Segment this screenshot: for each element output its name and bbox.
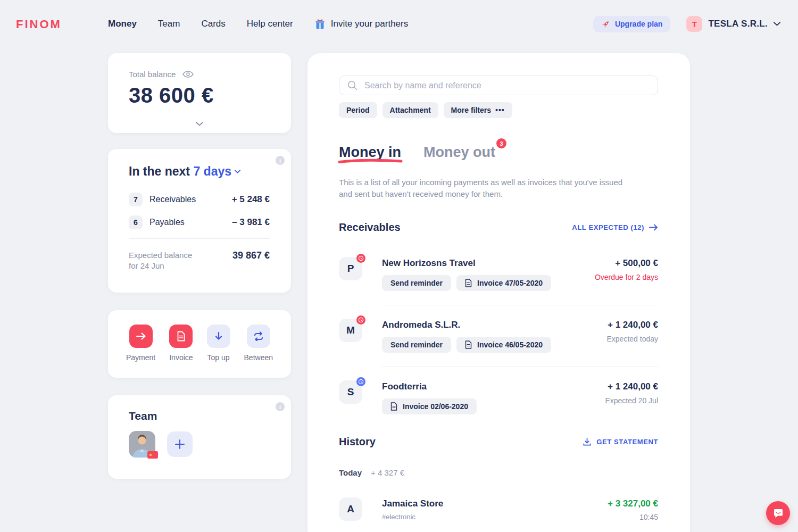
- tab-money-out[interactable]: Money out 3: [423, 144, 495, 161]
- filter-attachment[interactable]: Attachment: [383, 102, 438, 118]
- all-expected-link[interactable]: ALL EXPECTED (12): [572, 223, 658, 231]
- period-value: 7 days: [193, 164, 231, 179]
- upgrade-plan-button[interactable]: Upgrade plan: [593, 16, 670, 32]
- document-icon: [465, 279, 472, 287]
- support-chat-button[interactable]: [766, 501, 790, 525]
- tab-description: This is a list of all your incoming paym…: [339, 177, 658, 200]
- receivables-title: Receivables: [339, 221, 401, 234]
- nav-item-team[interactable]: Team: [158, 19, 180, 29]
- receivable-row[interactable]: S Foodterria Invoice 02/06-: [339, 380, 658, 428]
- counterparty-name: New Horizosns Travel: [382, 258, 595, 269]
- receivables-count-badge: 7: [129, 193, 143, 206]
- red-underline: [338, 151, 403, 168]
- avatar: P: [339, 257, 362, 280]
- arrow-right-icon: [649, 224, 658, 231]
- finom-dashboard: FINOM Money Team Cards Help center Invit…: [0, 0, 798, 532]
- dots-icon: •••: [495, 106, 505, 114]
- payables-summary-row[interactable]: 6 Payables – 3 981 €: [129, 215, 270, 229]
- total-balance-amount: 38 600 €: [129, 84, 270, 107]
- counterparty-name: Andromeda S.L.R.: [382, 320, 606, 330]
- search-bar: [339, 76, 658, 95]
- status-badge: Expected 20 Jul: [605, 396, 658, 405]
- amount: + 3 327,00 €: [608, 498, 658, 509]
- info-icon[interactable]: i: [276, 402, 285, 411]
- get-statement-link[interactable]: GET STATEMENT: [583, 437, 658, 446]
- clock-icon: [356, 315, 365, 325]
- payables-label: Payables: [149, 218, 185, 227]
- counterparty-name: Foodterria: [382, 381, 605, 392]
- rocket-icon: [601, 20, 610, 29]
- history-group-amount: + 4 327 €: [371, 468, 404, 477]
- send-reminder-button[interactable]: Send reminder: [382, 337, 451, 353]
- payables-count-badge: 6: [129, 215, 143, 229]
- document-icon: [390, 402, 397, 411]
- account-switcher[interactable]: T TESLA S.R.L.: [686, 16, 780, 32]
- between-label: Between: [244, 353, 273, 362]
- invoice-chip[interactable]: Invoice 47/05-2020: [456, 275, 551, 291]
- avatar: S: [339, 380, 362, 404]
- receivables-amount: + 5 248 €: [232, 194, 270, 205]
- info-icon[interactable]: i: [276, 156, 285, 165]
- money-tabs: Money in Money out 3: [339, 144, 658, 161]
- payment-button[interactable]: Payment: [126, 325, 155, 378]
- history-group-label: Today: [339, 468, 362, 477]
- add-team-member-button[interactable]: [167, 431, 193, 457]
- chat-icon: [772, 508, 784, 519]
- total-balance-label: Total balance: [129, 70, 176, 79]
- chevron-down-icon[interactable]: [196, 119, 203, 128]
- quick-actions-card: Payment Invoice Top up Between: [108, 310, 291, 378]
- payment-label: Payment: [126, 353, 155, 362]
- nav-item-money[interactable]: Money: [108, 19, 137, 29]
- filter-period[interactable]: Period: [339, 102, 377, 118]
- history-header: History GET STATEMENT: [339, 436, 658, 448]
- main-navigation: Money Team Cards Help center Invite your…: [108, 0, 408, 48]
- payables-amount: – 3 981 €: [232, 217, 270, 228]
- total-balance-card: Total balance 38 600 €: [108, 53, 291, 133]
- history-title: History: [339, 436, 376, 448]
- nav-item-help-center[interactable]: Help center: [247, 19, 293, 29]
- eye-icon[interactable]: [182, 70, 194, 78]
- period-selector[interactable]: 7 days: [193, 164, 240, 179]
- plus-icon: [174, 439, 185, 450]
- invoice-button[interactable]: Invoice: [169, 325, 193, 378]
- money-panel: Period Attachment More filters ••• Money…: [307, 53, 690, 532]
- amount: + 1 240,00 €: [606, 320, 658, 330]
- between-accounts-button[interactable]: Between: [244, 325, 273, 378]
- history-row[interactable]: A Jamaica Store #electronic + 3 327,00 €…: [339, 497, 658, 532]
- avatar: M: [339, 319, 362, 342]
- team-member-avatar[interactable]: [129, 431, 155, 458]
- expected-balance-label: Expected balance for 24 Jun: [129, 250, 192, 272]
- gift-icon: [314, 18, 326, 30]
- filter-more[interactable]: More filters •••: [444, 102, 512, 118]
- invoice-chip[interactable]: Invoice 46/05-2020: [456, 337, 551, 353]
- team-card: i Team: [108, 395, 291, 479]
- search-icon: [347, 80, 358, 90]
- amount: + 1 240,00 €: [605, 381, 658, 392]
- nav-item-invite-partners[interactable]: Invite your parthers: [314, 18, 409, 30]
- clock-icon: [356, 254, 365, 263]
- arrow-right-icon: [129, 325, 153, 348]
- receivable-row[interactable]: P New Horizosns Travel Send reminder: [339, 257, 658, 319]
- account-name: TESLA S.R.L.: [708, 19, 768, 29]
- tab-money-in[interactable]: Money in: [339, 144, 401, 161]
- clock-icon: [356, 377, 365, 386]
- navbar-right: Upgrade plan T TESLA S.R.L.: [593, 0, 780, 48]
- top-up-label: Top up: [207, 353, 230, 362]
- finom-logo[interactable]: FINOM: [16, 18, 62, 31]
- transaction-tag: #electronic: [382, 513, 608, 521]
- receivables-header: Receivables ALL EXPECTED (12): [339, 221, 658, 234]
- status-badge: Overdue for 2 days: [595, 273, 658, 281]
- transfer-icon: [247, 325, 270, 348]
- status-badge: Expected today: [606, 335, 658, 343]
- card-badge: [147, 451, 158, 459]
- invoice-chip[interactable]: Invoice 02/06-2020: [382, 398, 477, 414]
- search-input[interactable]: [364, 81, 650, 90]
- send-reminder-button[interactable]: Send reminder: [382, 275, 451, 291]
- receivables-summary-row[interactable]: 7 Receivables + 5 248 €: [129, 193, 270, 206]
- nav-item-cards[interactable]: Cards: [201, 19, 225, 29]
- receivable-row[interactable]: M Andromeda S.L.R. Send reminder: [339, 319, 658, 380]
- account-avatar: T: [686, 16, 702, 32]
- filter-chips: Period Attachment More filters •••: [339, 102, 658, 118]
- counterparty-name: Jamaica Store: [382, 498, 608, 509]
- top-up-button[interactable]: Top up: [207, 325, 230, 378]
